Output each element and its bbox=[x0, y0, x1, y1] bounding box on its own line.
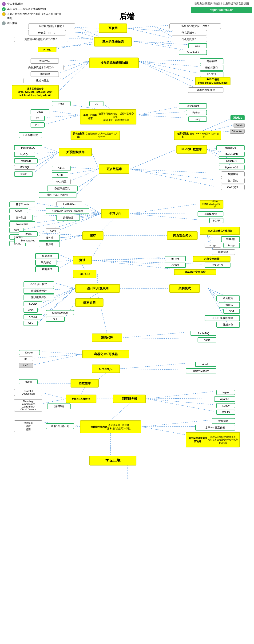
node-internet[interactable]: 互联网 bbox=[99, 24, 127, 33]
node-mssql[interactable]: MS SQL bbox=[14, 165, 35, 170]
node-serverless[interactable]: 无服务化 bbox=[216, 322, 240, 328]
node-terminal-cmds[interactable]: 基本的终端命令grep, awk, sed, lsof, curl, wgett… bbox=[12, 85, 59, 99]
node-learn-more[interactable]: 学无止境 bbox=[89, 456, 136, 466]
node-dry[interactable]: DRY bbox=[24, 321, 38, 326]
node-throttling[interactable]: Throttling·Backpressure·Loadshifting·Cir… bbox=[14, 399, 42, 412]
node-server-side[interactable]: 服务端 bbox=[39, 235, 60, 241]
node-js-right[interactable]: JavaScript bbox=[179, 103, 207, 108]
node-dns[interactable]: DNS 及它是如何工作的？ bbox=[169, 24, 221, 29]
node-apache[interactable]: Apache bbox=[214, 396, 235, 402]
node-indexes[interactable]: 索引及其工作机制 bbox=[39, 192, 76, 198]
node-cqrs[interactable]: CQRS 和事件溯源 bbox=[205, 315, 240, 321]
node-basic-auth[interactable]: 基本认证 bbox=[10, 215, 33, 220]
node-relational-db[interactable]: 关系型数据库 bbox=[59, 148, 92, 156]
node-cap[interactable]: CAP 定理 bbox=[221, 184, 244, 190]
node-arch-patterns[interactable]: 架构模式 bbox=[169, 284, 200, 293]
node-data-replication[interactable]: 数据复写 bbox=[221, 172, 244, 177]
node-instruments[interactable]: 仪器仪表监控遥测 bbox=[14, 420, 42, 432]
node-elasticsearch[interactable]: Elasticsearch bbox=[46, 310, 74, 315]
node-terminal[interactable]: 终端用法 bbox=[31, 58, 59, 64]
node-github[interactable]: GitHub bbox=[230, 115, 244, 120]
node-what-http[interactable]: 什么是 HTTP？ bbox=[28, 30, 66, 36]
node-hosting[interactable]: 什么是托管？ bbox=[172, 37, 207, 42]
node-relay-modern[interactable]: Relay Modern bbox=[186, 368, 216, 374]
node-json-apis[interactable]: JSON APIs bbox=[197, 212, 223, 216]
node-cdn[interactable]: CDN bbox=[46, 228, 60, 233]
node-mem-mgmt[interactable]: 内存管理 bbox=[200, 58, 223, 64]
node-neo4j[interactable]: Neo4j bbox=[19, 379, 38, 384]
node-horizontal-vertical[interactable]: 水平 vs 垂直伸缩 bbox=[195, 425, 235, 430]
node-design-dev[interactable]: 设计和开发原则 bbox=[75, 284, 120, 293]
node-git-basic[interactable]: Git 基本用法 bbox=[19, 132, 42, 138]
node-microservices[interactable]: 微服务 bbox=[219, 302, 240, 308]
node-kafka[interactable]: Kafka bbox=[197, 337, 216, 342]
node-php[interactable]: PHP bbox=[31, 122, 45, 128]
node-graceful-degradation[interactable]: GracefulDegradation bbox=[14, 389, 42, 396]
node-ssl-tls[interactable]: SSL/TLS bbox=[205, 262, 230, 268]
node-oauth[interactable]: OAuth bbox=[10, 208, 28, 213]
node-how-internet[interactable]: 互联网是如何工作的？ bbox=[28, 24, 75, 29]
node-learn-api[interactable]: 学习 API bbox=[101, 209, 129, 218]
node-graph-db[interactable]: 图数据库 bbox=[71, 379, 99, 388]
node-couchdb[interactable]: CouchDB bbox=[219, 158, 244, 164]
node-token-auth[interactable]: Token 验证 bbox=[10, 221, 35, 227]
node-bitbucket[interactable]: Bitbucket bbox=[230, 129, 244, 134]
node-identity[interactable]: 身份验证 bbox=[57, 215, 80, 220]
node-https[interactable]: HTTPS bbox=[165, 256, 186, 261]
node-web-server[interactable]: 网页服务器 bbox=[113, 394, 146, 403]
node-apollo[interactable]: Apollo bbox=[195, 362, 216, 367]
node-go[interactable]: Go bbox=[89, 101, 104, 106]
node-dynamodb[interactable]: DynamoDB bbox=[219, 165, 244, 170]
node-io-mgmt[interactable]: I/O 管理 bbox=[200, 72, 223, 77]
node-ddd[interactable]: 领域驱动设计 bbox=[24, 288, 54, 294]
node-os-how[interactable]: 操作系统通常如何工作 bbox=[19, 65, 64, 70]
node-orms[interactable]: ORMs bbox=[52, 166, 71, 171]
node-web-security[interactable]: 网页安全知识 bbox=[167, 231, 197, 240]
node-sha[interactable]: SHA 族 bbox=[221, 236, 240, 242]
node-css[interactable]: CSS bbox=[188, 43, 207, 48]
node-solid[interactable]: SOLID bbox=[24, 301, 42, 306]
node-posix[interactable]: POSIX 基础stdin, stdout, stderr, pipes bbox=[195, 77, 230, 85]
node-threads[interactable]: 线程与并发 bbox=[24, 78, 61, 84]
node-hateoas[interactable]: HATEOAS bbox=[57, 202, 82, 206]
node-cookie-auth[interactable]: 基于Cookie bbox=[10, 202, 35, 208]
node-network-concepts[interactable]: 基本的网络概念 bbox=[188, 87, 223, 93]
node-mongodb[interactable]: MongoDB bbox=[216, 145, 244, 150]
node-n1[interactable]: N+1 问题 bbox=[52, 179, 71, 184]
node-sharding[interactable]: 分片策略 bbox=[221, 178, 244, 184]
node-mitigation-strategy[interactable]: 缓解策略 bbox=[212, 418, 235, 424]
node-scrypt[interactable]: scrypt bbox=[205, 243, 221, 248]
node-ruby[interactable]: Ruby bbox=[188, 116, 207, 122]
node-rest[interactable]: REST读Roy Fielding的论文 bbox=[200, 200, 223, 208]
node-scalable[interactable]: 为伸缩性而构建 你应该学习一般主题并考虑产品的可持续性 bbox=[80, 420, 141, 433]
node-mariadb[interactable]: MariaDB bbox=[14, 158, 38, 164]
node-basic-frontend[interactable]: 基本的前端知识 bbox=[94, 37, 132, 46]
node-process-mgmt[interactable]: 进程管理 bbox=[31, 72, 59, 77]
node-rabbitmq[interactable]: RabbitMQ bbox=[190, 331, 216, 336]
node-memcached[interactable]: Memcached bbox=[14, 238, 42, 243]
node-os-general[interactable]: 操作系统和通用知识 bbox=[89, 58, 139, 68]
node-soap[interactable]: SOAP bbox=[209, 218, 223, 223]
node-soa[interactable]: SOA bbox=[223, 308, 240, 314]
node-bcrypt[interactable]: bcrypt bbox=[223, 243, 240, 248]
node-html[interactable]: HTML bbox=[38, 47, 57, 52]
node-redis[interactable]: Redis bbox=[19, 231, 38, 236]
node-observability[interactable]: 脑中保持可观测性而构建 指标记录和其他可观测项目可以在出现问题时帮助你调试和解决… bbox=[186, 432, 240, 448]
node-nginx[interactable]: Nginx bbox=[216, 390, 235, 395]
node-lxc[interactable]: LXC bbox=[19, 363, 33, 368]
node-understand-diff[interactable]: 理解它们的不同 bbox=[46, 423, 74, 429]
node-monolithic[interactable]: 单片应用 bbox=[216, 296, 240, 301]
node-open-api[interactable]: Open API 说明和 Swagger bbox=[46, 208, 89, 214]
node-cors[interactable]: CORS bbox=[165, 262, 186, 268]
node-learn-lang[interactable]: 学习一门编程语言 确保学习它的特点、运行时的核心细节、例如开发、内存模型等等 bbox=[80, 109, 136, 124]
node-testing[interactable]: 测试 bbox=[73, 256, 92, 264]
node-acid[interactable]: ACID bbox=[52, 172, 68, 178]
node-vcs[interactable]: 版本控制系统它们是什么以及为什么需要学习其中一种 bbox=[71, 130, 120, 140]
node-hash-algo[interactable]: 哈希算法 bbox=[212, 250, 235, 255]
node-csharp[interactable]: C# bbox=[31, 116, 45, 121]
node-ms-iis[interactable]: MS IIS bbox=[216, 410, 235, 415]
node-caddy[interactable]: Caddy bbox=[216, 403, 235, 408]
node-oracle[interactable]: Oracle bbox=[14, 172, 33, 176]
node-nosql-db[interactable]: NoSQL 数据库 bbox=[176, 145, 207, 154]
node-javascript[interactable]: JavaScript bbox=[179, 50, 207, 55]
